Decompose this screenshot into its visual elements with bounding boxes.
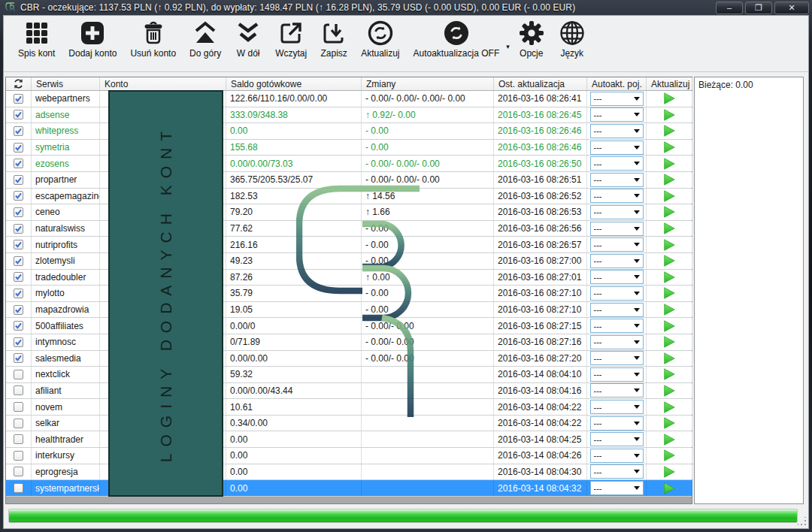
row-update-button[interactable] (661, 286, 677, 300)
row-update-button[interactable] (661, 401, 677, 414)
row-checkbox[interactable] (14, 419, 23, 428)
dodaj-konto-button[interactable]: Dodaj konto (62, 20, 123, 59)
autoupdate-select[interactable]: --- (590, 141, 644, 155)
row-update-button[interactable] (661, 271, 677, 284)
autoupdate-select[interactable]: --- (590, 383, 644, 397)
row-checkbox[interactable] (14, 207, 23, 217)
col-header-konto[interactable]: Konto (100, 77, 226, 90)
row-checkbox[interactable] (14, 451, 23, 461)
autoupdate-select[interactable]: --- (590, 367, 644, 382)
col-header-ost-aktualizacja[interactable]: Ost. aktualizacja (494, 77, 587, 90)
col-header-serwis[interactable]: Serwis (32, 77, 100, 90)
row-checkbox[interactable] (14, 272, 23, 282)
row-update-button[interactable] (661, 433, 677, 446)
autoupdate-select[interactable]: --- (590, 237, 644, 252)
usun-konto-button[interactable]: Usuń konto (123, 20, 183, 59)
autoupdate-select[interactable]: --- (590, 303, 644, 317)
autoupdate-select[interactable]: --- (590, 319, 644, 333)
row-update-button[interactable] (661, 482, 677, 495)
autoupdate-select[interactable]: --- (590, 432, 644, 446)
row-update-button[interactable] (661, 222, 677, 235)
row-checkbox[interactable] (14, 321, 23, 331)
row-update-button[interactable] (661, 254, 677, 268)
row-checkbox[interactable] (14, 143, 23, 153)
row-checkbox[interactable] (14, 434, 23, 444)
refresh-all-header[interactable] (6, 77, 32, 90)
autoupdate-select[interactable]: --- (590, 416, 644, 431)
row-update-button[interactable] (661, 303, 677, 316)
row-checkbox[interactable] (14, 256, 23, 266)
autoupdate-select[interactable]: --- (590, 481, 644, 495)
row-update-button[interactable] (661, 189, 677, 203)
row-update-button[interactable] (661, 416, 677, 430)
row-update-button[interactable] (661, 173, 677, 186)
autoupdate-select[interactable]: --- (590, 449, 644, 463)
row-checkbox[interactable] (14, 402, 23, 412)
row-checkbox[interactable] (14, 483, 23, 493)
autoupdate-select[interactable]: --- (590, 400, 644, 414)
row-checkbox[interactable] (14, 305, 23, 315)
row-update-button[interactable] (661, 384, 677, 397)
spis-kont-button[interactable]: Spis kont (11, 20, 62, 59)
row-update-button[interactable] (661, 352, 677, 365)
minimize-button[interactable]: – (716, 2, 743, 14)
row-checkbox[interactable] (14, 467, 23, 476)
row-checkbox[interactable] (14, 337, 23, 347)
autoupdate-select[interactable]: --- (590, 270, 644, 284)
wczytaj-button[interactable]: Wczytaj (268, 20, 314, 59)
opcje-button[interactable]: Opcje (511, 20, 552, 59)
autoupdate-select[interactable]: --- (590, 335, 644, 349)
row-checkbox[interactable] (14, 240, 23, 249)
w-dol-button[interactable]: W dół (228, 20, 268, 59)
autoupdate-select[interactable]: --- (590, 254, 644, 268)
row-update-button[interactable] (661, 157, 677, 171)
row-update-button[interactable] (661, 205, 677, 219)
autoupdate-dropdown-caret[interactable]: ▾ (506, 43, 510, 50)
col-header-aktualizuj[interactable]: Aktualizuj (647, 77, 692, 90)
jezyk-button[interactable]: Język (552, 20, 592, 59)
row-checkbox[interactable] (14, 94, 23, 104)
autoupdate-select[interactable]: --- (590, 92, 644, 106)
row-update-button[interactable] (661, 92, 677, 105)
autoupdate-select[interactable]: --- (590, 156, 644, 171)
row-checkbox[interactable] (14, 353, 23, 363)
autoaktualizacja-button[interactable]: Autoaktualizacja OFF (407, 20, 507, 59)
row-checkbox[interactable] (14, 110, 23, 119)
row-update-button[interactable] (661, 238, 677, 252)
row-checkbox[interactable] (14, 385, 23, 395)
row-update-button[interactable] (661, 335, 677, 349)
row-checkbox[interactable] (14, 126, 23, 136)
row-checkbox[interactable] (14, 224, 23, 234)
row-checkbox[interactable] (14, 289, 23, 298)
row-update-button[interactable] (661, 141, 677, 154)
row-update-button[interactable] (661, 124, 677, 138)
row-update-button[interactable] (661, 319, 677, 333)
maximize-button[interactable]: ❐ (745, 2, 772, 14)
row-update-button[interactable] (661, 367, 677, 381)
autoupdate-select[interactable]: --- (590, 173, 644, 187)
aktualizuj-button[interactable]: Aktualizuj (354, 20, 406, 59)
row-checkbox[interactable] (14, 159, 23, 168)
col-header-saldo[interactable]: Saldo gotówkowe (226, 77, 362, 90)
do-gory-button[interactable]: Do góry (183, 20, 228, 59)
titlebar[interactable]: CBR - oczekujące: 1137.53 PLN (↑ 0.92 PL… (0, 0, 812, 15)
autoupdate-select[interactable]: --- (590, 189, 644, 203)
row-update-button[interactable] (661, 465, 677, 479)
row-update-button[interactable] (661, 108, 677, 122)
autoupdate-select[interactable]: --- (590, 107, 644, 122)
close-button[interactable]: ✕ (774, 2, 809, 14)
autoupdate-select[interactable]: --- (590, 464, 644, 479)
autoupdate-select[interactable]: --- (590, 286, 644, 301)
autoupdate-select[interactable]: --- (590, 222, 644, 236)
row-checkbox[interactable] (14, 370, 23, 379)
autoupdate-select[interactable]: --- (590, 351, 644, 365)
autoupdate-select[interactable]: --- (590, 205, 644, 219)
autoupdate-select[interactable]: --- (590, 124, 644, 138)
row-checkbox[interactable] (14, 191, 23, 201)
col-header-zmiany[interactable]: Zmiany (362, 77, 494, 90)
col-header-autoakt-poj[interactable]: Autoakt. poj. (587, 77, 647, 90)
row-checkbox[interactable] (14, 175, 23, 185)
zapisz-button[interactable]: Zapisz (314, 20, 354, 59)
resize-grip[interactable] (798, 517, 807, 526)
row-update-button[interactable] (661, 449, 677, 462)
